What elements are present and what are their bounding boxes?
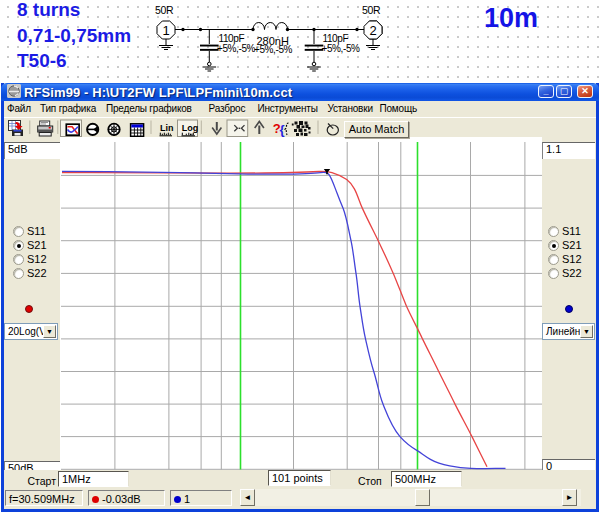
svg-text:50R: 50R — [155, 4, 174, 16]
svg-text:Lin: Lin — [160, 123, 174, 133]
svg-text:+5%,-5%: +5%,-5% — [322, 43, 361, 54]
svg-text:Log: Log — [182, 123, 199, 133]
svg-text:50R: 50R — [362, 4, 381, 16]
svg-text:+5%,-5%: +5%,-5% — [217, 43, 256, 54]
svg-text:{: { — [280, 122, 285, 137]
svg-text:1: 1 — [163, 23, 170, 38]
svg-text:+5%,-5%: +5%,-5% — [254, 44, 293, 55]
svg-text:2: 2 — [369, 23, 376, 38]
